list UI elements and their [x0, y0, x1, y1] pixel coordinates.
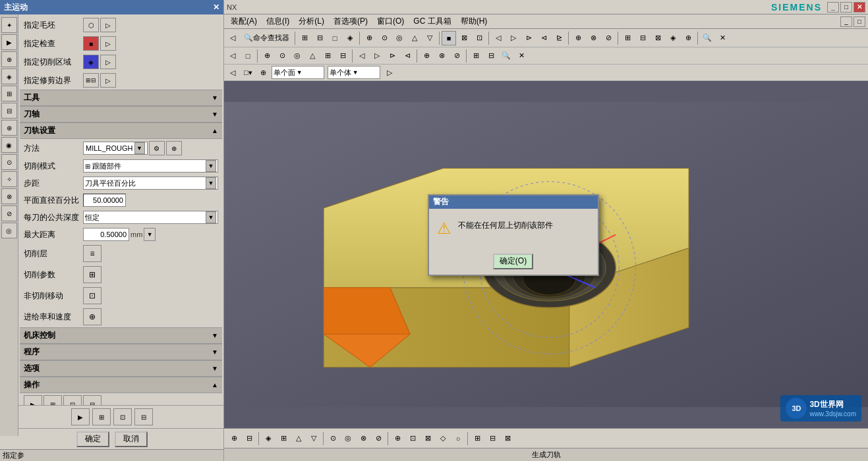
tb-back-btn[interactable]: ◁	[225, 31, 240, 45]
cut-mode-arrow[interactable]: ▼	[206, 160, 216, 172]
op-btn-1[interactable]: ▶	[24, 395, 42, 405]
vp-btn-4[interactable]: ⊞	[276, 431, 291, 446]
minimize-btn[interactable]: _	[827, 2, 839, 13]
filter-view-btn[interactable]: □▾	[241, 65, 256, 80]
icon-btn-7[interactable]: ⊕	[1, 120, 17, 136]
tb-btn-f2[interactable]: ⊟	[635, 31, 650, 45]
icon-btn-10[interactable]: ✧	[1, 171, 17, 187]
tb2-btn-3[interactable]: ⊕	[260, 49, 274, 63]
tb-btn-d2[interactable]: ▷	[506, 31, 521, 45]
viewport-restore-btn[interactable]: □	[854, 16, 865, 27]
tb-btn-d4[interactable]: ⊲	[536, 31, 551, 45]
method-icon-btn[interactable]: ⚙	[149, 141, 165, 155]
method-icon-btn2[interactable]: ⊕	[166, 141, 182, 155]
icon-btn-1[interactable]: ✦	[1, 17, 17, 33]
tb-btn-a2[interactable]: ⊟	[312, 31, 327, 45]
tb2-btn-18[interactable]: 🔍	[499, 49, 513, 63]
op-btn-2[interactable]: ⊞	[43, 395, 62, 405]
tb-btn-f4[interactable]: ◈	[666, 31, 680, 45]
axis-section-header[interactable]: 刀轴 ▼	[20, 106, 222, 122]
dialog-ok-button[interactable]: 确定(O)	[493, 254, 533, 269]
tb2-btn-2[interactable]: □	[241, 49, 255, 63]
tb2-btn-11[interactable]: ⊳	[385, 49, 399, 63]
max-dist-unit-btn[interactable]: ▼	[144, 228, 156, 241]
menu-window[interactable]: 窗口(O)	[373, 15, 408, 28]
vp-btn-6[interactable]: ▽	[306, 431, 321, 446]
vp-btn-14[interactable]: ◇	[436, 431, 450, 446]
tb-btn-e3[interactable]: ⊘	[601, 31, 616, 45]
tb2-btn-17[interactable]: ⊟	[484, 49, 498, 63]
icon-btn-12[interactable]: ⊘	[1, 205, 17, 221]
icon-btn-4[interactable]: ◈	[1, 68, 17, 84]
menu-analyze[interactable]: 分析(L)	[295, 15, 328, 28]
stepover-arrow[interactable]: ▼	[206, 177, 216, 189]
tb-btn-c1[interactable]: ■	[442, 31, 456, 45]
op-btn-3[interactable]: ⊡	[63, 395, 82, 405]
viewport-minimize-btn[interactable]: _	[840, 16, 852, 27]
icon-btn-11[interactable]: ⊗	[1, 188, 17, 204]
program-header[interactable]: 程序 ▼	[20, 344, 222, 360]
specify-cut-btn2[interactable]: ▷	[100, 55, 116, 69]
non-cut-btn[interactable]: ⊡	[83, 287, 101, 304]
tb-btn-d1[interactable]: ◁	[491, 31, 506, 45]
sidebar-tb-btn3[interactable]: ⊡	[113, 408, 132, 425]
menu-assemble[interactable]: 装配(A)	[227, 15, 261, 28]
menu-help[interactable]: 帮助(H)	[457, 15, 492, 28]
tb2-btn-13[interactable]: ⊕	[419, 49, 434, 63]
method-dropdown[interactable]: MILL_ROUGH ▼	[83, 142, 148, 155]
specify-check-btn2[interactable]: ▷	[100, 36, 116, 51]
tb2-btn-15[interactable]: ⊘	[449, 49, 464, 63]
specify-blank-btn2[interactable]: ▷	[100, 18, 116, 32]
max-dist-input[interactable]	[83, 228, 129, 241]
filter-extra-btn[interactable]: ▷	[382, 65, 397, 80]
tb2-btn-14[interactable]: ⊗	[434, 49, 449, 63]
options-header[interactable]: 选项 ▼	[20, 360, 222, 377]
tb-btn-d3[interactable]: ⊳	[521, 31, 536, 45]
icon-btn-13[interactable]: ◎	[1, 223, 17, 238]
cut-param-btn[interactable]: ⊞	[83, 266, 101, 283]
single-body-dropdown[interactable]: 单个体 ▼	[328, 66, 380, 79]
sidebar-tb-btn1[interactable]: ▶	[71, 408, 90, 425]
tb-btn-b3[interactable]: ◎	[392, 31, 407, 45]
close-icon[interactable]: ✕	[213, 3, 219, 12]
tb-btn-f1[interactable]: ⊞	[620, 31, 635, 45]
tool-section-header[interactable]: 工具 ▼	[20, 90, 222, 106]
depth-arrow[interactable]: ▼	[206, 211, 216, 223]
vp-btn-10[interactable]: ⊘	[371, 431, 386, 446]
vp-btn-11[interactable]: ⊕	[390, 431, 405, 446]
vp-btn-12[interactable]: ⊡	[405, 431, 420, 446]
specify-trim-btn2[interactable]: ▷	[100, 73, 116, 88]
vp-btn-1[interactable]: ⊕	[227, 431, 241, 446]
vp-btn-16[interactable]: ⊞	[470, 431, 484, 446]
filter-face-btn[interactable]: ⊕	[256, 65, 271, 80]
tb-btn-b2[interactable]: ⊙	[377, 31, 391, 45]
tb-btn-a3[interactable]: □	[328, 31, 342, 45]
icon-btn-9[interactable]: ⊙	[1, 154, 17, 170]
tb-btn-a4[interactable]: ◈	[343, 31, 357, 45]
vp-btn-7[interactable]: ⊙	[326, 431, 340, 446]
tb-btn-e1[interactable]: ⊕	[571, 31, 585, 45]
icon-btn-5[interactable]: ⊞	[1, 86, 17, 101]
tb-btn-d5[interactable]: ⊵	[552, 31, 566, 45]
specify-trim-btn1[interactable]: ⊞⊟	[83, 73, 99, 88]
specify-blank-btn1[interactable]: ⬡	[83, 18, 99, 32]
cut-layer-btn[interactable]: ≡	[83, 245, 101, 262]
tb2-btn-1[interactable]: ◁	[225, 49, 240, 63]
tb-btn-b5[interactable]: ▽	[422, 31, 437, 45]
tb2-btn-16[interactable]: ⊞	[469, 49, 483, 63]
icon-btn-8[interactable]: ◉	[1, 137, 17, 153]
operation-header[interactable]: 操作 ▲	[20, 377, 222, 393]
tb-btn-e2[interactable]: ⊗	[586, 31, 600, 45]
vp-btn-9[interactable]: ⊗	[356, 431, 370, 446]
menu-info[interactable]: 信息(I)	[262, 15, 293, 28]
maximize-btn[interactable]: □	[840, 2, 852, 13]
icon-btn-6[interactable]: ⊟	[1, 103, 17, 119]
menu-preferences[interactable]: 首选项(P)	[330, 15, 372, 28]
tb-btn-f5[interactable]: ⊕	[681, 31, 695, 45]
tb2-btn-5[interactable]: ◎	[290, 49, 304, 63]
cut-mode-select[interactable]: ⊞ 跟随部件 ▼	[83, 159, 218, 173]
menu-gc-tools[interactable]: GC 工具箱	[409, 15, 455, 28]
cancel-button[interactable]: 取消	[115, 431, 148, 447]
single-face-dropdown[interactable]: 单个面 ▼	[272, 66, 324, 79]
vp-btn-3[interactable]: ◈	[261, 431, 275, 446]
